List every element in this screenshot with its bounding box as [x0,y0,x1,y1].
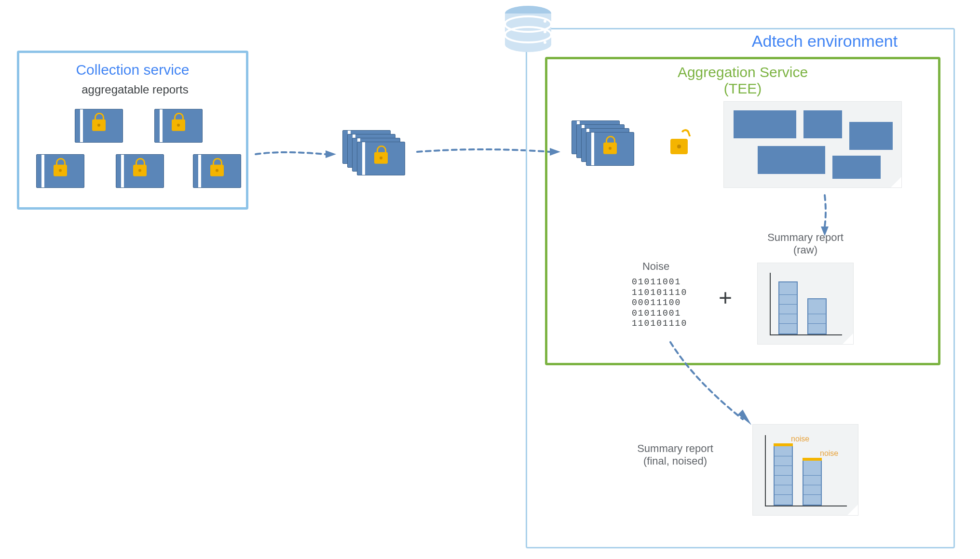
adtech-environment-title: Adtech environment [699,32,950,51]
svg-marker-0 [326,150,336,158]
lock-icon [133,165,147,176]
summary-report-raw-label: Summary report (raw) [750,231,861,257]
lock-icon [210,165,224,176]
svg-point-9 [544,41,546,44]
locked-folder-icon [75,109,123,143]
arrow-icon [253,145,340,164]
lock-icon [54,165,67,176]
summary-report-raw-document [757,263,854,345]
noise-bits: 01011001 110101110 00011100 01011001 110… [632,277,687,329]
database-icon [502,5,555,55]
svg-point-8 [544,30,546,33]
collection-service-title: Collection service [19,62,246,78]
aggregation-service-title-line1: Aggregation Service [678,64,808,80]
locked-folder-icon [193,154,241,188]
locked-folder-icon [36,154,84,188]
aggregatable-reports-label: aggregatable reports [63,83,207,97]
noise-tag: noise [820,449,838,458]
decrypted-data-document-icon [723,101,902,188]
summary-report-final-label: Summary report (final, noised) [617,442,733,468]
aggregation-service-title-line2: (TEE) [724,80,762,96]
svg-point-7 [544,20,546,23]
plus-icon: + [719,284,732,311]
bar-chart-icon [770,273,842,335]
svg-point-4 [505,37,551,52]
summary-report-final-document: noise noise [752,424,858,516]
arrow-icon [666,337,762,434]
aggregation-service-title: Aggregation Service (TEE) [547,64,938,97]
locked-folder-icon [154,109,203,143]
bar-chart-noised-icon: noise noise [765,435,847,506]
noise-tag: noise [791,435,809,443]
arrow-icon [815,193,834,236]
lock-icon [92,120,106,131]
locked-folder-stack-icon [342,130,410,178]
lock-icon [172,120,185,131]
locked-folder-stack-icon [572,120,639,169]
noise-label: Noise [627,260,685,273]
locked-folder-icon [116,154,164,188]
svg-marker-11 [738,410,751,425]
